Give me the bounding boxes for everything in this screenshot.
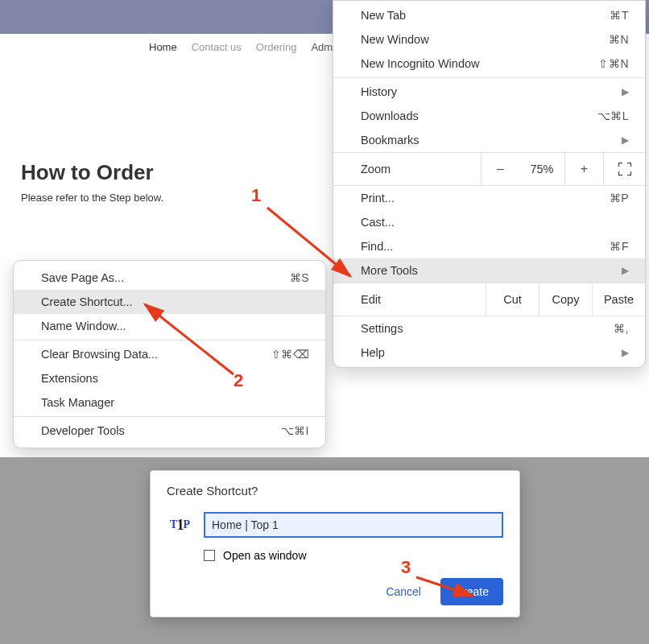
menu-zoom-row: Zoom – 75% + xyxy=(333,152,645,186)
menu-help[interactable]: Help ▶ xyxy=(333,341,645,367)
menu-find[interactable]: Find... ⌘F xyxy=(333,234,645,258)
submenu-task-manager[interactable]: Task Manager xyxy=(14,390,325,415)
shortcut: ⌘P xyxy=(610,192,629,204)
menu-label: Create Shortcut... xyxy=(41,295,133,308)
menu-label: New Incognito Window xyxy=(361,57,480,70)
menu-incognito[interactable]: New Incognito Window ⇧⌘N xyxy=(333,52,645,76)
menu-history[interactable]: History ▶ xyxy=(333,80,645,104)
menu-more-tools[interactable]: More Tools ▶ xyxy=(333,258,645,283)
menu-label: Help xyxy=(361,346,385,359)
submenu-clear-data[interactable]: Clear Browsing Data... ⇧⌘⌫ xyxy=(14,342,325,366)
shortcut: ⌥⌘L xyxy=(597,109,629,122)
chevron-right-icon: ▶ xyxy=(622,265,629,276)
annotation-1: 1 xyxy=(251,185,261,206)
create-shortcut-dialog: Create Shortcut? T1P Open as window Canc… xyxy=(150,470,520,617)
menu-separator xyxy=(14,340,325,341)
menu-label: Downloads xyxy=(361,109,419,122)
nav-home[interactable]: Home xyxy=(149,41,177,53)
menu-label: Bookmarks xyxy=(361,134,420,147)
submenu-name-window[interactable]: Name Window... xyxy=(14,314,325,338)
chevron-right-icon: ▶ xyxy=(622,134,629,146)
menu-label: Settings xyxy=(361,322,403,335)
menu-label: History xyxy=(361,85,397,98)
shortcut: ⇧⌘N xyxy=(598,57,629,70)
zoom-out-button[interactable]: – xyxy=(481,153,519,185)
dialog-title: Create Shortcut? xyxy=(167,484,503,497)
nav-contact[interactable]: Contact us xyxy=(192,41,242,53)
menu-downloads[interactable]: Downloads ⌥⌘L xyxy=(333,104,645,128)
zoom-label: Zoom xyxy=(333,163,481,175)
menu-label: New Tab xyxy=(361,9,406,22)
menu-new-window[interactable]: New Window ⌘N xyxy=(333,27,645,52)
submenu-save-as[interactable]: Save Page As... ⌘S xyxy=(14,266,325,290)
site-icon: T1P xyxy=(167,516,192,534)
fullscreen-icon xyxy=(618,163,631,175)
annotation-2: 2 xyxy=(234,370,243,391)
shortcut: ⌘, xyxy=(614,322,629,335)
shortcut: ⌘F xyxy=(610,240,629,253)
zoom-in-button[interactable]: + xyxy=(564,153,603,185)
menu-print[interactable]: Print... ⌘P xyxy=(333,186,645,210)
open-as-window-label: Open as window xyxy=(223,549,307,562)
menu-label: Find... xyxy=(361,240,393,253)
menu-label: Save Page As... xyxy=(41,271,124,284)
menu-new-tab[interactable]: New Tab ⌘T xyxy=(333,1,645,27)
menu-label: Clear Browsing Data... xyxy=(41,348,158,361)
chrome-menu: New Tab ⌘T New Window ⌘N New Incognito W… xyxy=(333,0,646,368)
paste-button[interactable]: Paste xyxy=(592,283,645,316)
menu-label: Developer Tools xyxy=(41,424,125,437)
fullscreen-button[interactable] xyxy=(603,153,645,185)
shortcut: ⌥⌘I xyxy=(281,424,309,437)
menu-label: Name Window... xyxy=(41,320,126,332)
chevron-right-icon: ▶ xyxy=(622,347,629,358)
submenu-create-shortcut[interactable]: Create Shortcut... xyxy=(14,290,325,314)
annotation-3: 3 xyxy=(401,557,411,578)
menu-label: Extensions xyxy=(41,372,98,385)
menu-label: Task Manager xyxy=(41,396,114,409)
menu-edit-row: Edit Cut Copy Paste xyxy=(333,283,645,316)
menu-cast[interactable]: Cast... xyxy=(333,210,645,234)
cancel-button[interactable]: Cancel xyxy=(374,579,432,605)
menu-bookmarks[interactable]: Bookmarks ▶ xyxy=(333,128,645,152)
shortcut-name-input[interactable] xyxy=(204,512,503,538)
open-as-window-checkbox[interactable] xyxy=(204,550,215,561)
edit-label: Edit xyxy=(333,293,486,306)
menu-label: Print... xyxy=(361,192,395,204)
menu-label: More Tools xyxy=(361,264,418,277)
menu-label: New Window xyxy=(361,33,429,46)
shortcut: ⌘T xyxy=(610,9,629,22)
menu-separator xyxy=(14,416,325,417)
submenu-dev-tools[interactable]: Developer Tools ⌥⌘I xyxy=(14,419,325,443)
shortcut: ⌘N xyxy=(609,33,629,46)
zoom-percent: 75% xyxy=(519,163,564,175)
submenu-extensions[interactable]: Extensions xyxy=(14,366,325,390)
menu-label: Cast... xyxy=(361,216,395,229)
create-button[interactable]: Create xyxy=(440,578,503,605)
cut-button[interactable]: Cut xyxy=(486,283,539,316)
copy-button[interactable]: Copy xyxy=(539,283,592,316)
shortcut: ⌘S xyxy=(290,271,309,284)
nav-ordering[interactable]: Ordering xyxy=(256,41,297,53)
menu-separator xyxy=(333,77,645,78)
chevron-right-icon: ▶ xyxy=(622,86,629,97)
menu-settings[interactable]: Settings ⌘, xyxy=(333,316,645,341)
shortcut: ⇧⌘⌫ xyxy=(271,348,310,361)
more-tools-submenu: Save Page As... ⌘S Create Shortcut... Na… xyxy=(13,260,326,448)
